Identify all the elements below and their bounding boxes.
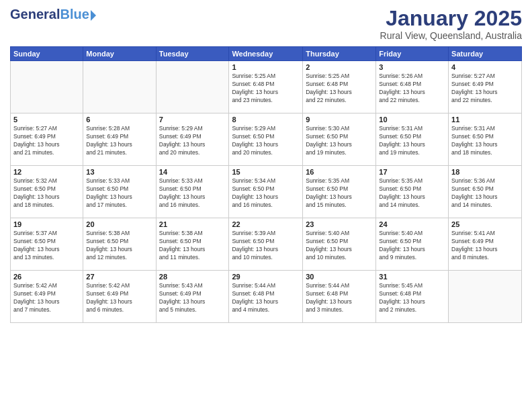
calendar-cell: 29Sunrise: 5:44 AM Sunset: 6:48 PM Dayli…	[229, 271, 303, 323]
col-thursday: Thursday	[303, 47, 376, 61]
day-number: 6	[86, 116, 152, 124]
day-number: 16	[306, 168, 373, 176]
day-number: 18	[451, 168, 519, 176]
logo-general: General	[10, 7, 60, 21]
calendar-cell: 28Sunrise: 5:43 AM Sunset: 6:49 PM Dayli…	[156, 271, 229, 323]
day-info: Sunrise: 5:33 AM Sunset: 6:50 PM Dayligh…	[159, 177, 226, 210]
day-number: 12	[13, 168, 80, 176]
day-number: 1	[232, 63, 300, 71]
calendar-cell	[156, 61, 229, 113]
calendar-cell: 5Sunrise: 5:27 AM Sunset: 6:49 PM Daylig…	[11, 113, 83, 166]
calendar-cell	[11, 61, 83, 113]
day-number: 13	[86, 168, 152, 176]
month-title: January 2025	[380, 7, 522, 30]
day-info: Sunrise: 5:31 AM Sunset: 6:50 PM Dayligh…	[451, 125, 519, 157]
day-info: Sunrise: 5:44 AM Sunset: 6:48 PM Dayligh…	[232, 282, 300, 314]
day-number: 23	[306, 220, 373, 228]
calendar-cell: 18Sunrise: 5:36 AM Sunset: 6:50 PM Dayli…	[449, 166, 522, 218]
calendar-cell: 14Sunrise: 5:33 AM Sunset: 6:50 PM Dayli…	[156, 166, 229, 218]
calendar-week-5: 26Sunrise: 5:42 AM Sunset: 6:49 PM Dayli…	[11, 271, 522, 323]
logo-text: GeneralBlue	[10, 7, 96, 22]
subtitle: Rural View, Queensland, Australia	[380, 30, 522, 41]
calendar-cell: 21Sunrise: 5:38 AM Sunset: 6:50 PM Dayli…	[156, 218, 229, 271]
col-monday: Monday	[83, 47, 156, 61]
day-number: 11	[451, 116, 519, 124]
calendar-cell: 20Sunrise: 5:38 AM Sunset: 6:50 PM Dayli…	[83, 218, 156, 271]
day-number: 29	[232, 273, 300, 281]
day-info: Sunrise: 5:28 AM Sunset: 6:49 PM Dayligh…	[86, 125, 152, 157]
calendar-cell: 24Sunrise: 5:40 AM Sunset: 6:50 PM Dayli…	[376, 218, 449, 271]
day-number: 24	[379, 220, 445, 228]
calendar-cell: 19Sunrise: 5:37 AM Sunset: 6:50 PM Dayli…	[11, 218, 83, 271]
day-number: 8	[232, 116, 300, 124]
calendar-cell: 2Sunrise: 5:25 AM Sunset: 6:48 PM Daylig…	[303, 61, 376, 113]
day-info: Sunrise: 5:32 AM Sunset: 6:50 PM Dayligh…	[13, 177, 80, 210]
title-block: January 2025 Rural View, Queensland, Aus…	[380, 7, 522, 41]
day-info: Sunrise: 5:31 AM Sunset: 6:50 PM Dayligh…	[379, 125, 445, 157]
col-wednesday: Wednesday	[229, 47, 303, 61]
col-tuesday: Tuesday	[156, 47, 229, 61]
day-number: 20	[86, 220, 152, 228]
day-info: Sunrise: 5:38 AM Sunset: 6:50 PM Dayligh…	[86, 230, 152, 262]
calendar-cell: 3Sunrise: 5:26 AM Sunset: 6:48 PM Daylig…	[376, 61, 449, 113]
col-sunday: Sunday	[11, 47, 83, 61]
day-info: Sunrise: 5:40 AM Sunset: 6:50 PM Dayligh…	[306, 230, 373, 262]
day-number: 15	[232, 168, 300, 176]
calendar-cell	[83, 61, 156, 113]
day-info: Sunrise: 5:41 AM Sunset: 6:49 PM Dayligh…	[451, 230, 519, 262]
calendar-cell: 27Sunrise: 5:42 AM Sunset: 6:49 PM Dayli…	[83, 271, 156, 323]
day-info: Sunrise: 5:39 AM Sunset: 6:50 PM Dayligh…	[232, 230, 300, 262]
calendar-cell: 7Sunrise: 5:29 AM Sunset: 6:49 PM Daylig…	[156, 113, 229, 166]
calendar-cell: 9Sunrise: 5:30 AM Sunset: 6:50 PM Daylig…	[303, 113, 376, 166]
calendar-table: Sunday Monday Tuesday Wednesday Thursday…	[10, 46, 522, 323]
calendar-cell: 17Sunrise: 5:35 AM Sunset: 6:50 PM Dayli…	[376, 166, 449, 218]
day-info: Sunrise: 5:40 AM Sunset: 6:50 PM Dayligh…	[379, 230, 445, 262]
day-number: 21	[159, 220, 226, 228]
calendar-cell: 31Sunrise: 5:45 AM Sunset: 6:48 PM Dayli…	[376, 271, 449, 323]
day-info: Sunrise: 5:43 AM Sunset: 6:49 PM Dayligh…	[159, 282, 226, 314]
day-number: 17	[379, 168, 445, 176]
day-info: Sunrise: 5:29 AM Sunset: 6:50 PM Dayligh…	[232, 125, 300, 157]
day-number: 10	[379, 116, 445, 124]
page: GeneralBlue January 2025 Rural View, Que…	[0, 0, 532, 411]
calendar-header-row: Sunday Monday Tuesday Wednesday Thursday…	[11, 47, 522, 61]
day-info: Sunrise: 5:27 AM Sunset: 6:49 PM Dayligh…	[451, 73, 519, 105]
day-number: 19	[13, 220, 80, 228]
day-info: Sunrise: 5:25 AM Sunset: 6:48 PM Dayligh…	[232, 73, 300, 105]
day-info: Sunrise: 5:34 AM Sunset: 6:50 PM Dayligh…	[232, 177, 300, 210]
day-info: Sunrise: 5:33 AM Sunset: 6:50 PM Dayligh…	[86, 177, 152, 210]
day-info: Sunrise: 5:35 AM Sunset: 6:50 PM Dayligh…	[379, 177, 445, 210]
header: GeneralBlue January 2025 Rural View, Que…	[10, 7, 522, 41]
day-number: 31	[379, 273, 445, 281]
day-info: Sunrise: 5:29 AM Sunset: 6:49 PM Dayligh…	[159, 125, 226, 157]
day-number: 26	[13, 273, 80, 281]
calendar-cell: 4Sunrise: 5:27 AM Sunset: 6:49 PM Daylig…	[449, 61, 522, 113]
day-info: Sunrise: 5:42 AM Sunset: 6:49 PM Dayligh…	[86, 282, 152, 314]
calendar-cell: 6Sunrise: 5:28 AM Sunset: 6:49 PM Daylig…	[83, 113, 156, 166]
day-number: 4	[451, 63, 519, 71]
day-number: 9	[306, 116, 373, 124]
calendar-cell: 30Sunrise: 5:44 AM Sunset: 6:48 PM Dayli…	[303, 271, 376, 323]
calendar-cell	[449, 271, 522, 323]
calendar-week-3: 12Sunrise: 5:32 AM Sunset: 6:50 PM Dayli…	[11, 166, 522, 218]
day-info: Sunrise: 5:37 AM Sunset: 6:50 PM Dayligh…	[13, 230, 80, 262]
calendar-cell: 10Sunrise: 5:31 AM Sunset: 6:50 PM Dayli…	[376, 113, 449, 166]
calendar-cell: 8Sunrise: 5:29 AM Sunset: 6:50 PM Daylig…	[229, 113, 303, 166]
col-saturday: Saturday	[449, 47, 522, 61]
day-info: Sunrise: 5:35 AM Sunset: 6:50 PM Dayligh…	[306, 177, 373, 210]
calendar-week-4: 19Sunrise: 5:37 AM Sunset: 6:50 PM Dayli…	[11, 218, 522, 271]
day-info: Sunrise: 5:38 AM Sunset: 6:50 PM Dayligh…	[159, 230, 226, 262]
day-number: 28	[159, 273, 226, 281]
day-number: 22	[232, 220, 300, 228]
calendar-cell: 11Sunrise: 5:31 AM Sunset: 6:50 PM Dayli…	[449, 113, 522, 166]
calendar-cell: 12Sunrise: 5:32 AM Sunset: 6:50 PM Dayli…	[11, 166, 83, 218]
day-number: 2	[306, 63, 373, 71]
day-info: Sunrise: 5:44 AM Sunset: 6:48 PM Dayligh…	[306, 282, 373, 314]
logo-blue: Blue	[60, 7, 89, 21]
day-info: Sunrise: 5:45 AM Sunset: 6:48 PM Dayligh…	[379, 282, 445, 314]
day-info: Sunrise: 5:26 AM Sunset: 6:48 PM Dayligh…	[379, 73, 445, 105]
day-number: 3	[379, 63, 445, 71]
calendar-cell: 22Sunrise: 5:39 AM Sunset: 6:50 PM Dayli…	[229, 218, 303, 271]
day-number: 5	[13, 116, 80, 124]
calendar-cell: 23Sunrise: 5:40 AM Sunset: 6:50 PM Dayli…	[303, 218, 376, 271]
